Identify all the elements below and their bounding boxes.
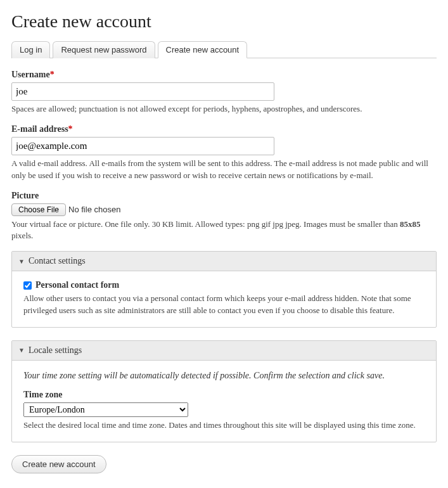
tab-list: Log in Request new password Create new a…	[11, 41, 437, 58]
required-marker: *	[50, 70, 54, 79]
email-input[interactable]	[11, 137, 274, 155]
username-label-text: Username	[11, 70, 50, 79]
choose-file-button[interactable]: Choose File	[11, 203, 66, 216]
contact-settings-legend[interactable]: ▼ Contact settings	[12, 252, 436, 271]
locale-settings-fieldset: ▼ Locale settings Your time zone setting…	[11, 340, 437, 442]
locale-legend-text: Locale settings	[29, 345, 82, 356]
contact-settings-fieldset: ▼ Contact settings Personal contact form…	[11, 251, 437, 328]
personal-contact-label[interactable]: Personal contact form	[35, 280, 119, 290]
required-marker: *	[68, 124, 73, 134]
locale-settings-legend[interactable]: ▼ Locale settings	[12, 341, 436, 361]
picture-desc-prefix: Your virtual face or picture. One file o…	[11, 219, 400, 229]
picture-field-group: Picture Choose File No file chosen Your …	[11, 191, 437, 243]
timezone-select[interactable]: Europe/London	[23, 402, 188, 417]
timezone-description: Select the desired local time and time z…	[23, 420, 425, 432]
page-title: Create new account	[11, 11, 437, 32]
picture-label: Picture	[11, 191, 437, 201]
picture-desc-bold: 85x85	[400, 219, 421, 229]
timezone-label: Time zone	[23, 390, 425, 400]
tab-create-account[interactable]: Create new account	[158, 41, 248, 58]
username-input[interactable]	[11, 82, 274, 101]
username-description: Spaces are allowed; punctuation is not a…	[11, 103, 437, 115]
locale-note: Your time zone setting will be automatic…	[23, 369, 425, 382]
email-label: E-mail address*	[11, 124, 437, 134]
file-status-text: No file chosen	[68, 205, 120, 214]
triangle-down-icon: ▼	[18, 258, 25, 265]
contact-legend-text: Contact settings	[29, 256, 86, 266]
picture-description: Your virtual face or picture. One file o…	[11, 219, 437, 243]
username-field-group: Username* Spaces are allowed; punctuatio…	[11, 70, 437, 115]
tab-login[interactable]: Log in	[11, 41, 50, 58]
tab-request-password[interactable]: Request new password	[53, 41, 155, 58]
picture-desc-suffix: pixels.	[11, 231, 33, 240]
personal-contact-checkbox[interactable]	[23, 281, 32, 290]
email-label-text: E-mail address	[11, 124, 68, 134]
email-field-group: E-mail address* A valid e-mail address. …	[11, 124, 437, 182]
contact-description: Allow other users to contact you via a p…	[23, 293, 425, 317]
create-account-button[interactable]: Create new account	[11, 455, 106, 473]
triangle-down-icon: ▼	[18, 347, 25, 354]
email-description: A valid e-mail address. All e-mails from…	[11, 158, 437, 182]
username-label: Username*	[11, 70, 437, 80]
